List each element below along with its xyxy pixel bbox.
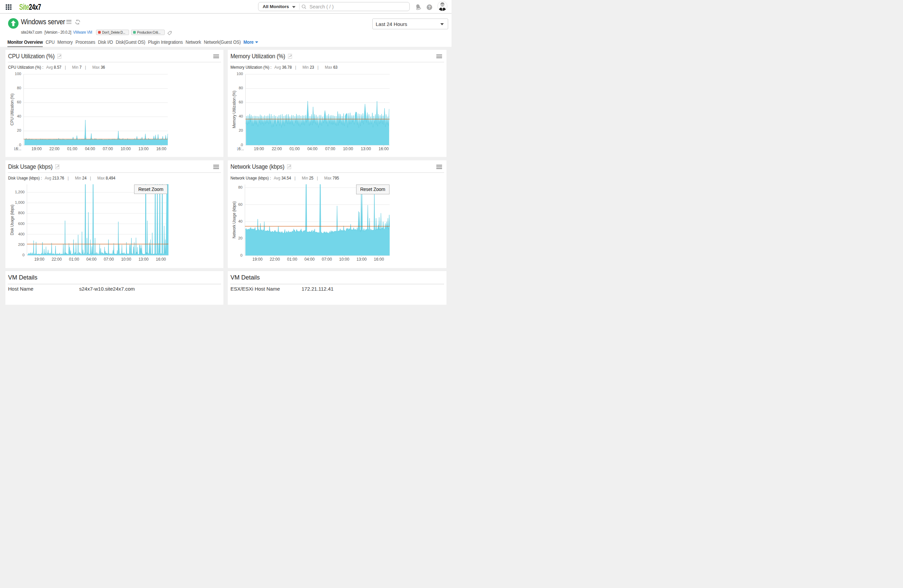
svg-text:?: ? — [428, 5, 431, 9]
